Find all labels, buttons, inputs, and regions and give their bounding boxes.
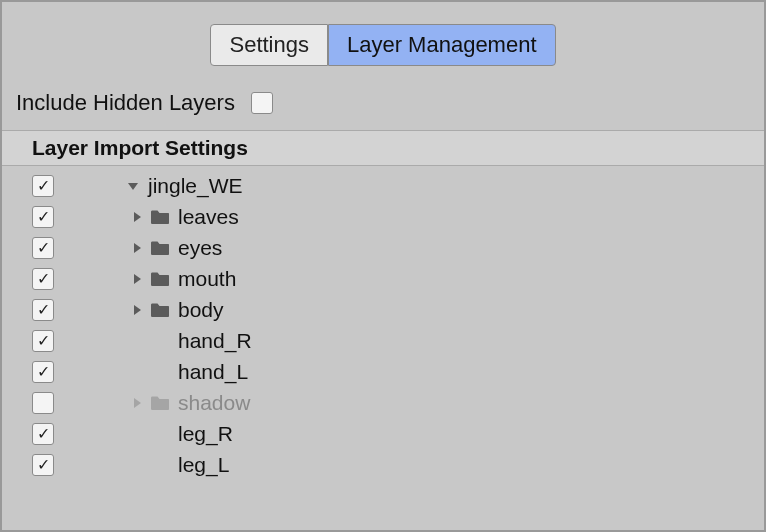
tabbar: Settings Layer Management xyxy=(14,24,752,66)
tree-row[interactable]: shadow xyxy=(2,387,764,418)
layer-name-label: leg_L xyxy=(178,453,229,477)
layer-tree: jingle_WEleaveseyesmouthbodyhand_Rhand_L… xyxy=(2,166,764,480)
layer-name-label: leg_R xyxy=(178,422,233,446)
layer-visibility-checkbox[interactable] xyxy=(32,423,54,445)
tree-row[interactable]: body xyxy=(2,294,764,325)
layer-visibility-checkbox[interactable] xyxy=(32,206,54,228)
tree-row[interactable]: mouth xyxy=(2,263,764,294)
folder-icon xyxy=(150,209,170,225)
include-hidden-layers-checkbox[interactable] xyxy=(251,92,273,114)
chevron-right-icon[interactable] xyxy=(130,211,144,223)
layer-name-label: body xyxy=(178,298,224,322)
tree-row[interactable]: eyes xyxy=(2,232,764,263)
layer-visibility-checkbox[interactable] xyxy=(32,392,54,414)
tree-row[interactable]: jingle_WE xyxy=(2,170,764,201)
svg-marker-2 xyxy=(134,243,141,253)
layer-name-label: leaves xyxy=(178,205,239,229)
folder-icon xyxy=(150,395,170,411)
layer-visibility-checkbox[interactable] xyxy=(32,330,54,352)
section-header-layer-import-settings: Layer Import Settings xyxy=(2,130,764,166)
chevron-right-icon[interactable] xyxy=(130,242,144,254)
tree-row[interactable]: leg_L xyxy=(2,449,764,480)
tree-row[interactable]: leaves xyxy=(2,201,764,232)
option-include-hidden-layers: Include Hidden Layers xyxy=(14,86,752,130)
chevron-right-icon[interactable] xyxy=(130,304,144,316)
folder-icon xyxy=(150,271,170,287)
svg-marker-1 xyxy=(134,212,141,222)
tab-settings[interactable]: Settings xyxy=(210,24,328,66)
chevron-right-icon[interactable] xyxy=(130,397,144,409)
layer-visibility-checkbox[interactable] xyxy=(32,237,54,259)
layer-visibility-checkbox[interactable] xyxy=(32,454,54,476)
importer-panel: Settings Layer Management Include Hidden… xyxy=(0,0,766,532)
folder-icon xyxy=(150,302,170,318)
layer-visibility-checkbox[interactable] xyxy=(32,299,54,321)
layer-name-label: hand_R xyxy=(178,329,252,353)
layer-name-label: eyes xyxy=(178,236,222,260)
svg-marker-5 xyxy=(134,398,141,408)
svg-marker-3 xyxy=(134,274,141,284)
layer-visibility-checkbox[interactable] xyxy=(32,268,54,290)
layer-name-label: hand_L xyxy=(178,360,248,384)
chevron-right-icon[interactable] xyxy=(130,273,144,285)
tree-row[interactable]: hand_L xyxy=(2,356,764,387)
svg-marker-0 xyxy=(128,183,138,190)
svg-marker-4 xyxy=(134,305,141,315)
chevron-down-icon[interactable] xyxy=(126,180,140,192)
layer-name-label: mouth xyxy=(178,267,236,291)
layer-name-label: shadow xyxy=(178,391,250,415)
tree-row[interactable]: leg_R xyxy=(2,418,764,449)
tab-layer-management[interactable]: Layer Management xyxy=(328,24,556,66)
top-area: Settings Layer Management Include Hidden… xyxy=(2,2,764,130)
folder-icon xyxy=(150,240,170,256)
layer-visibility-checkbox[interactable] xyxy=(32,175,54,197)
layer-name-label: jingle_WE xyxy=(148,174,243,198)
layer-visibility-checkbox[interactable] xyxy=(32,361,54,383)
include-hidden-layers-label: Include Hidden Layers xyxy=(16,90,235,116)
tree-row[interactable]: hand_R xyxy=(2,325,764,356)
